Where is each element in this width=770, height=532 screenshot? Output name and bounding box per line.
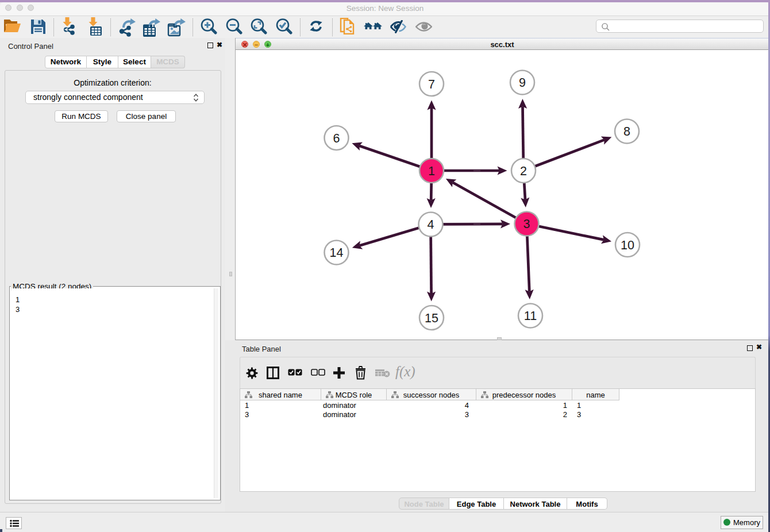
svg-text:4: 4 xyxy=(428,218,434,232)
svg-text:11: 11 xyxy=(524,309,537,323)
svg-text:6: 6 xyxy=(333,132,340,145)
svg-text:3: 3 xyxy=(523,217,530,231)
svg-text:8: 8 xyxy=(623,125,630,138)
svg-text:1: 1 xyxy=(428,164,435,178)
svg-text:9: 9 xyxy=(519,76,526,90)
svg-text:15: 15 xyxy=(425,311,438,325)
svg-text:2: 2 xyxy=(520,164,527,178)
svg-text:7: 7 xyxy=(428,78,435,91)
svg-text:10: 10 xyxy=(621,238,634,252)
svg-text:14: 14 xyxy=(330,246,344,260)
